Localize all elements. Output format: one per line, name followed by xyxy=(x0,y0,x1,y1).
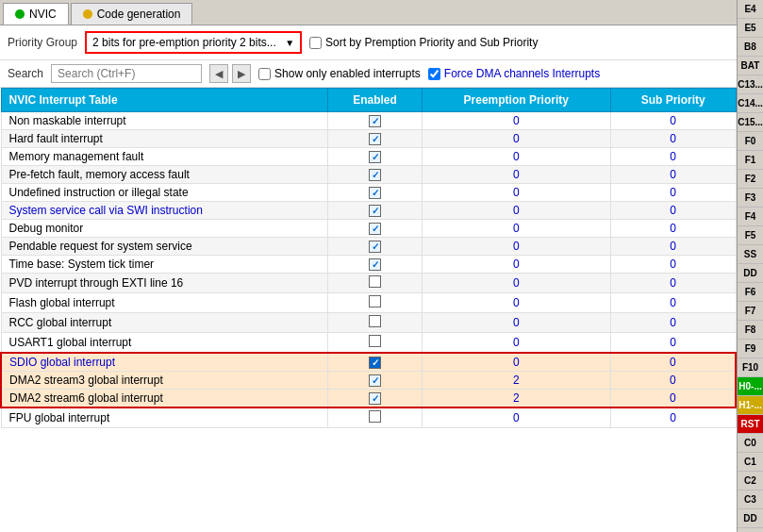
priority-group-select[interactable]: 2 bits for pre-emption priority 2 bits..… xyxy=(85,31,302,54)
interrupt-sub-priority[interactable]: 0 xyxy=(610,333,736,354)
sidebar-item[interactable]: DD xyxy=(738,264,763,283)
right-sidebar: E4E5B8BATC13...C14...C15...F0F1F2F3F4F5S… xyxy=(737,0,763,532)
interrupt-name: Undefined instruction or illegal state xyxy=(1,184,328,202)
sidebar-item[interactable]: C1 xyxy=(738,453,763,472)
interrupt-preemption[interactable]: 0 xyxy=(422,274,610,293)
interrupt-name: RCC global interrupt xyxy=(1,313,328,333)
table-row: Non maskable interrupt00 xyxy=(1,112,736,130)
interrupt-sub-priority[interactable]: 0 xyxy=(610,407,736,428)
sidebar-item[interactable]: C13... xyxy=(738,75,763,94)
interrupt-preemption[interactable]: 2 xyxy=(422,390,610,408)
interrupt-sub-priority[interactable]: 0 xyxy=(610,184,736,202)
sidebar-item[interactable]: F9 xyxy=(738,340,763,358)
sidebar-item[interactable]: E4 xyxy=(738,0,763,19)
interrupt-sub-priority[interactable]: 0 xyxy=(610,372,736,390)
sort-checkbox[interactable] xyxy=(309,37,322,49)
interrupt-sub-priority[interactable]: 0 xyxy=(610,293,736,313)
interrupt-name: SDIO global interrupt xyxy=(1,353,328,372)
sidebar-item[interactable]: RST xyxy=(738,415,763,434)
sidebar-item[interactable]: F10 xyxy=(738,358,763,377)
interrupt-preemption[interactable]: 0 xyxy=(422,293,610,313)
force-dma-checkbox[interactable] xyxy=(428,68,440,80)
sidebar-item[interactable]: B8 xyxy=(738,38,763,57)
sidebar-item[interactable]: F0 xyxy=(738,132,763,151)
show-only-enabled-label[interactable]: Show only enabled interrupts xyxy=(258,67,421,80)
sidebar-item[interactable]: E5 xyxy=(738,19,763,38)
interrupt-enabled[interactable] xyxy=(328,148,422,166)
interrupt-enabled[interactable] xyxy=(328,238,422,256)
tab-codegen[interactable]: Code generation xyxy=(71,3,193,25)
search-next-button[interactable]: ▶ xyxy=(232,64,251,83)
interrupt-preemption[interactable]: 0 xyxy=(422,333,610,354)
sidebar-item[interactable]: C14... xyxy=(738,94,763,113)
tab-nvic[interactable]: NVIC xyxy=(3,3,69,25)
interrupt-preemption[interactable]: 0 xyxy=(422,166,610,184)
interrupt-sub-priority[interactable]: 0 xyxy=(610,220,736,238)
sidebar-item[interactable]: F2 xyxy=(738,170,763,189)
sidebar-item[interactable]: F5 xyxy=(738,226,763,245)
interrupt-sub-priority[interactable]: 0 xyxy=(610,313,736,333)
sidebar-item[interactable]: SS xyxy=(738,245,763,264)
interrupt-enabled[interactable] xyxy=(328,112,422,130)
interrupt-preemption[interactable]: 0 xyxy=(422,238,610,256)
interrupt-enabled[interactable] xyxy=(328,184,422,202)
interrupt-sub-priority[interactable]: 0 xyxy=(610,166,736,184)
sidebar-item[interactable]: C15... xyxy=(738,113,763,132)
interrupt-preemption[interactable]: 2 xyxy=(422,372,610,390)
sidebar-item[interactable]: BAT xyxy=(738,57,763,75)
sidebar-item[interactable]: H0-... xyxy=(738,377,763,396)
col-preemption: Preemption Priority xyxy=(422,89,610,112)
interrupt-enabled[interactable] xyxy=(328,130,422,148)
search-input[interactable] xyxy=(51,64,202,83)
sort-checkbox-label[interactable]: Sort by Premption Priority and Sub Prior… xyxy=(309,36,538,49)
sidebar-item[interactable]: H1-... xyxy=(738,396,763,415)
sidebar-item[interactable]: DD xyxy=(738,509,763,528)
show-only-enabled-checkbox[interactable] xyxy=(258,68,271,80)
sidebar-item[interactable]: C0 xyxy=(738,434,763,453)
interrupt-preemption[interactable]: 0 xyxy=(422,148,610,166)
sidebar-item[interactable]: F6 xyxy=(738,283,763,302)
interrupt-preemption[interactable]: 0 xyxy=(422,256,610,274)
interrupt-sub-priority[interactable]: 0 xyxy=(610,112,736,130)
interrupt-sub-priority[interactable]: 0 xyxy=(610,148,736,166)
interrupt-enabled[interactable] xyxy=(328,372,422,390)
interrupt-enabled[interactable] xyxy=(328,166,422,184)
sidebar-item[interactable]: F1 xyxy=(738,151,763,170)
interrupt-preemption[interactable]: 0 xyxy=(422,202,610,220)
interrupt-preemption[interactable]: 0 xyxy=(422,220,610,238)
table-row: PVD interrupt through EXTI line 1600 xyxy=(1,274,736,293)
force-dma-label[interactable]: Force DMA channels Interrupts xyxy=(428,67,600,80)
interrupt-preemption[interactable]: 0 xyxy=(422,353,610,372)
interrupt-enabled[interactable] xyxy=(328,202,422,220)
interrupt-enabled[interactable] xyxy=(328,313,422,333)
sidebar-item[interactable]: C3 xyxy=(738,490,763,509)
interrupt-preemption[interactable]: 0 xyxy=(422,112,610,130)
sidebar-item[interactable]: F4 xyxy=(738,208,763,226)
sidebar-item[interactable]: F3 xyxy=(738,189,763,208)
interrupt-sub-priority[interactable]: 0 xyxy=(610,274,736,293)
interrupt-preemption[interactable]: 0 xyxy=(422,313,610,333)
interrupt-preemption[interactable]: 0 xyxy=(422,130,610,148)
interrupt-sub-priority[interactable]: 0 xyxy=(610,202,736,220)
sidebar-item[interactable]: C2 xyxy=(738,472,763,490)
tab-nvic-label: NVIC xyxy=(29,8,57,21)
interrupt-enabled[interactable] xyxy=(328,333,422,354)
sidebar-item[interactable]: F7 xyxy=(738,302,763,321)
interrupt-enabled[interactable] xyxy=(328,274,422,293)
interrupt-sub-priority[interactable]: 0 xyxy=(610,130,736,148)
search-prev-button[interactable]: ◀ xyxy=(209,64,228,83)
interrupt-sub-priority[interactable]: 0 xyxy=(610,256,736,274)
sidebar-item[interactable]: F8 xyxy=(738,321,763,340)
interrupt-enabled[interactable] xyxy=(328,220,422,238)
interrupt-enabled[interactable] xyxy=(328,256,422,274)
interrupt-sub-priority[interactable]: 0 xyxy=(610,390,736,408)
interrupt-preemption[interactable]: 0 xyxy=(422,184,610,202)
interrupt-enabled[interactable] xyxy=(328,390,422,408)
interrupt-enabled[interactable] xyxy=(328,407,422,428)
interrupt-preemption[interactable]: 0 xyxy=(422,407,610,428)
interrupt-name: Hard fault interrupt xyxy=(1,130,328,148)
interrupt-sub-priority[interactable]: 0 xyxy=(610,353,736,372)
interrupt-sub-priority[interactable]: 0 xyxy=(610,238,736,256)
interrupt-enabled[interactable] xyxy=(328,353,422,372)
interrupt-enabled[interactable] xyxy=(328,293,422,313)
